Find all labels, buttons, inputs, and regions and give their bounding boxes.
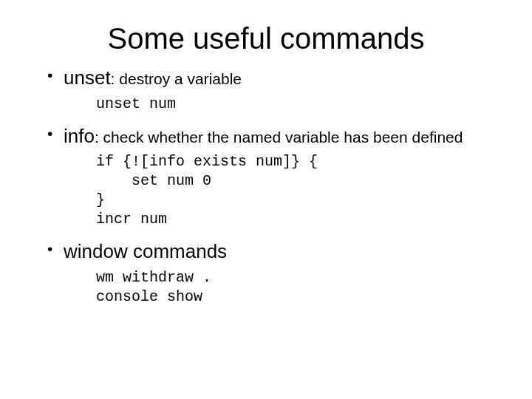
bullet-item: info: check whether the named variable h… [47,124,502,230]
command-sep: : [111,70,120,87]
bullet-item: unset: destroy a variable unset num [47,66,502,114]
command-name: info [64,125,95,147]
command-desc: destroy a variable [119,70,242,87]
code-block: wm withdraw . console show [96,268,502,307]
code-block: if {![info exists num]} { set num 0 } in… [96,152,502,229]
command-sep: : [95,129,103,146]
command-name: unset [64,66,111,89]
command-name: window commands [64,240,227,262]
slide-title: Some useful commands [30,22,502,55]
command-desc: check whether the named variable has bee… [103,129,463,146]
code-block: unset num [96,95,502,114]
bullet-list: unset: destroy a variable unset num info… [30,66,502,307]
bullet-item: window commands wm withdraw . console sh… [47,239,502,307]
slide: Some useful commands unset: destroy a va… [0,0,532,399]
